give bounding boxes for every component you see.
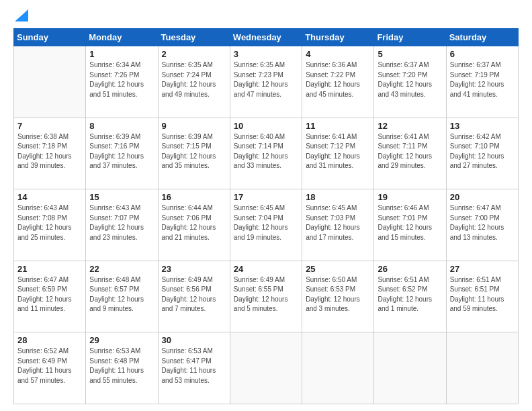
calendar-cell: 8Sunrise: 6:39 AM Sunset: 7:16 PM Daylig…	[86, 118, 158, 189]
weekday-header-thursday: Thursday	[302, 29, 374, 46]
svg-marker-0	[15, 9, 28, 21]
day-number: 15	[89, 192, 154, 202]
day-number: 2	[162, 49, 226, 59]
page: SundayMondayTuesdayWednesdayThursdayFrid…	[0, 0, 532, 411]
weekday-header-row: SundayMondayTuesdayWednesdayThursdayFrid…	[14, 29, 519, 46]
calendar-week-row: 21Sunrise: 6:47 AM Sunset: 6:59 PM Dayli…	[14, 261, 519, 332]
day-number: 30	[162, 335, 226, 345]
day-number: 23	[162, 264, 226, 274]
header	[13, 12, 519, 21]
calendar-week-row: 7Sunrise: 6:38 AM Sunset: 7:18 PM Daylig…	[14, 118, 519, 189]
calendar-cell: 14Sunrise: 6:43 AM Sunset: 7:08 PM Dayli…	[14, 189, 86, 261]
day-info: Sunrise: 6:49 AM Sunset: 6:55 PM Dayligh…	[234, 275, 298, 314]
day-number: 12	[378, 121, 442, 131]
day-number: 22	[89, 264, 154, 274]
day-info: Sunrise: 6:53 AM Sunset: 6:48 PM Dayligh…	[89, 347, 154, 385]
day-info: Sunrise: 6:40 AM Sunset: 7:14 PM Dayligh…	[234, 132, 298, 171]
weekday-header-wednesday: Wednesday	[230, 29, 302, 46]
day-number: 28	[17, 335, 82, 345]
calendar-week-row: 1Sunrise: 6:34 AM Sunset: 7:26 PM Daylig…	[14, 46, 519, 118]
calendar-cell	[374, 332, 446, 404]
day-info: Sunrise: 6:47 AM Sunset: 7:00 PM Dayligh…	[450, 203, 515, 242]
calendar-cell: 30Sunrise: 6:53 AM Sunset: 6:47 PM Dayli…	[158, 332, 230, 404]
calendar-cell: 9Sunrise: 6:39 AM Sunset: 7:15 PM Daylig…	[158, 118, 230, 189]
day-info: Sunrise: 6:38 AM Sunset: 7:18 PM Dayligh…	[17, 132, 82, 171]
day-number: 26	[378, 264, 442, 274]
day-number: 16	[162, 192, 226, 202]
weekday-header-tuesday: Tuesday	[158, 29, 230, 46]
calendar-cell: 3Sunrise: 6:35 AM Sunset: 7:23 PM Daylig…	[230, 46, 302, 118]
day-number: 13	[450, 121, 515, 131]
day-info: Sunrise: 6:51 AM Sunset: 6:51 PM Dayligh…	[450, 275, 515, 314]
calendar-cell: 5Sunrise: 6:37 AM Sunset: 7:20 PM Daylig…	[374, 46, 446, 118]
calendar-cell: 21Sunrise: 6:47 AM Sunset: 6:59 PM Dayli…	[14, 261, 86, 332]
day-info: Sunrise: 6:50 AM Sunset: 6:53 PM Dayligh…	[306, 275, 370, 314]
calendar-cell: 4Sunrise: 6:36 AM Sunset: 7:22 PM Daylig…	[302, 46, 374, 118]
day-info: Sunrise: 6:37 AM Sunset: 7:20 PM Dayligh…	[378, 60, 442, 99]
calendar-cell: 20Sunrise: 6:47 AM Sunset: 7:00 PM Dayli…	[446, 189, 518, 261]
day-number: 24	[234, 264, 298, 274]
day-number: 20	[450, 192, 515, 202]
calendar-cell: 17Sunrise: 6:45 AM Sunset: 7:04 PM Dayli…	[230, 189, 302, 261]
calendar-cell	[302, 332, 374, 404]
day-info: Sunrise: 6:35 AM Sunset: 7:23 PM Dayligh…	[234, 60, 298, 99]
day-number: 4	[306, 49, 370, 59]
calendar-cell: 23Sunrise: 6:49 AM Sunset: 6:56 PM Dayli…	[158, 261, 230, 332]
calendar-cell	[446, 332, 518, 404]
day-number: 19	[378, 192, 442, 202]
day-number: 14	[17, 192, 82, 202]
day-info: Sunrise: 6:51 AM Sunset: 6:52 PM Dayligh…	[378, 275, 442, 314]
day-info: Sunrise: 6:49 AM Sunset: 6:56 PM Dayligh…	[162, 275, 226, 314]
day-info: Sunrise: 6:45 AM Sunset: 7:04 PM Dayligh…	[234, 203, 298, 242]
day-info: Sunrise: 6:42 AM Sunset: 7:10 PM Dayligh…	[450, 132, 515, 171]
day-number: 21	[17, 264, 82, 274]
day-number: 1	[89, 49, 154, 59]
day-info: Sunrise: 6:35 AM Sunset: 7:24 PM Dayligh…	[162, 60, 226, 99]
day-number: 10	[234, 121, 298, 131]
day-info: Sunrise: 6:52 AM Sunset: 6:49 PM Dayligh…	[17, 347, 82, 385]
day-info: Sunrise: 6:44 AM Sunset: 7:06 PM Dayligh…	[162, 203, 226, 242]
logo	[13, 12, 28, 21]
calendar-cell: 7Sunrise: 6:38 AM Sunset: 7:18 PM Daylig…	[14, 118, 86, 189]
logo-icon	[15, 9, 28, 21]
calendar-cell: 25Sunrise: 6:50 AM Sunset: 6:53 PM Dayli…	[302, 261, 374, 332]
day-info: Sunrise: 6:46 AM Sunset: 7:01 PM Dayligh…	[378, 203, 442, 242]
day-info: Sunrise: 6:43 AM Sunset: 7:08 PM Dayligh…	[17, 203, 82, 242]
day-number: 25	[306, 264, 370, 274]
day-number: 3	[234, 49, 298, 59]
calendar-cell: 26Sunrise: 6:51 AM Sunset: 6:52 PM Dayli…	[374, 261, 446, 332]
day-info: Sunrise: 6:41 AM Sunset: 7:12 PM Dayligh…	[306, 132, 370, 171]
calendar-week-row: 28Sunrise: 6:52 AM Sunset: 6:49 PM Dayli…	[14, 332, 519, 404]
calendar-cell: 11Sunrise: 6:41 AM Sunset: 7:12 PM Dayli…	[302, 118, 374, 189]
weekday-header-monday: Monday	[86, 29, 158, 46]
day-number: 7	[17, 121, 82, 131]
day-number: 17	[234, 192, 298, 202]
calendar-cell: 2Sunrise: 6:35 AM Sunset: 7:24 PM Daylig…	[158, 46, 230, 118]
weekday-header-sunday: Sunday	[14, 29, 86, 46]
day-info: Sunrise: 6:45 AM Sunset: 7:03 PM Dayligh…	[306, 203, 370, 242]
day-number: 5	[378, 49, 442, 59]
day-number: 8	[89, 121, 154, 131]
calendar-cell: 16Sunrise: 6:44 AM Sunset: 7:06 PM Dayli…	[158, 189, 230, 261]
day-number: 29	[89, 335, 154, 345]
day-info: Sunrise: 6:34 AM Sunset: 7:26 PM Dayligh…	[89, 60, 154, 99]
calendar-cell: 24Sunrise: 6:49 AM Sunset: 6:55 PM Dayli…	[230, 261, 302, 332]
weekday-header-saturday: Saturday	[446, 29, 518, 46]
calendar-cell	[14, 46, 86, 118]
calendar-cell: 15Sunrise: 6:43 AM Sunset: 7:07 PM Dayli…	[86, 189, 158, 261]
calendar-cell: 12Sunrise: 6:41 AM Sunset: 7:11 PM Dayli…	[374, 118, 446, 189]
calendar-table: SundayMondayTuesdayWednesdayThursdayFrid…	[13, 28, 519, 404]
day-info: Sunrise: 6:36 AM Sunset: 7:22 PM Dayligh…	[306, 60, 370, 99]
calendar-cell: 1Sunrise: 6:34 AM Sunset: 7:26 PM Daylig…	[86, 46, 158, 118]
day-number: 27	[450, 264, 515, 274]
calendar-cell: 28Sunrise: 6:52 AM Sunset: 6:49 PM Dayli…	[14, 332, 86, 404]
calendar-cell: 13Sunrise: 6:42 AM Sunset: 7:10 PM Dayli…	[446, 118, 518, 189]
calendar-cell: 6Sunrise: 6:37 AM Sunset: 7:19 PM Daylig…	[446, 46, 518, 118]
day-info: Sunrise: 6:39 AM Sunset: 7:15 PM Dayligh…	[162, 132, 226, 171]
calendar-week-row: 14Sunrise: 6:43 AM Sunset: 7:08 PM Dayli…	[14, 189, 519, 261]
calendar-cell: 29Sunrise: 6:53 AM Sunset: 6:48 PM Dayli…	[86, 332, 158, 404]
weekday-header-friday: Friday	[374, 29, 446, 46]
day-info: Sunrise: 6:43 AM Sunset: 7:07 PM Dayligh…	[89, 203, 154, 242]
day-info: Sunrise: 6:53 AM Sunset: 6:47 PM Dayligh…	[162, 347, 226, 385]
calendar-cell: 22Sunrise: 6:48 AM Sunset: 6:57 PM Dayli…	[86, 261, 158, 332]
